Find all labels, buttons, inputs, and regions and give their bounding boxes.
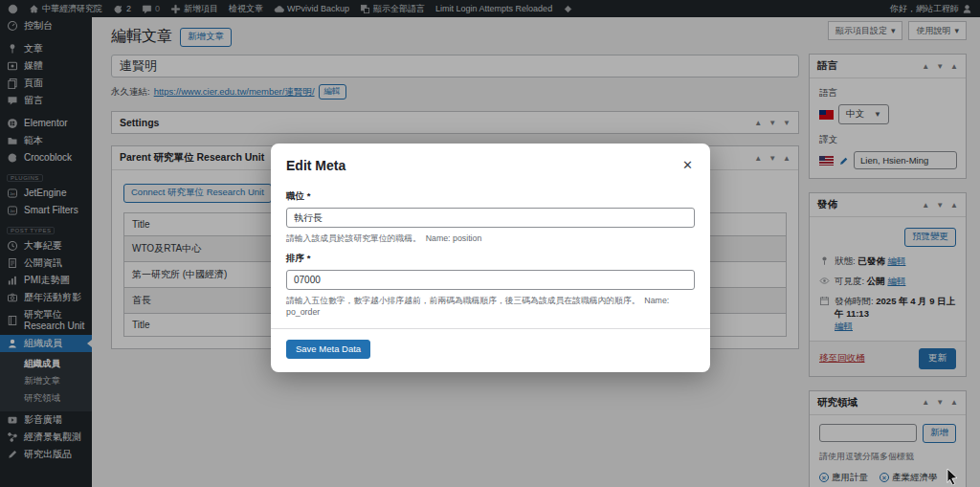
position-input[interactable] <box>286 208 695 228</box>
order-help-text: 請輸入五位數字，數字越小排序越前，前兩碼為職稱順序，後三碼為該成員在該職稱內的順… <box>286 296 695 317</box>
position-field-label: 職位 * <box>286 190 695 203</box>
close-icon[interactable]: ✕ <box>680 157 695 173</box>
mouse-cursor <box>947 468 960 487</box>
order-input[interactable] <box>286 270 695 290</box>
save-meta-data-button[interactable]: Save Meta Data <box>286 340 370 359</box>
order-field-label: 排序 * <box>286 253 695 265</box>
position-help-text: 請輸入該成員於該研究單位的職稱。 Name: position <box>286 233 695 245</box>
edit-meta-modal: Edit Meta ✕ 職位 * 請輸入該成員於該研究單位的職稱。 Name: … <box>271 144 710 372</box>
modal-title: Edit Meta <box>286 158 345 173</box>
